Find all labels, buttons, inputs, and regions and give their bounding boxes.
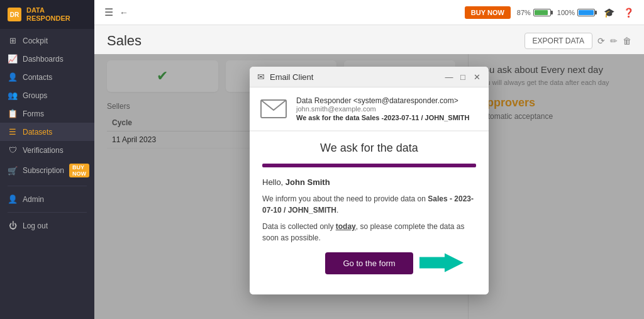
sidebar-item-verifications[interactable]: 🛡 Verifications [0,141,94,159]
sidebar-item-label: Forms [23,109,44,118]
buy-now-button[interactable]: BUY NOW [465,6,511,19]
battery-pct-2: 100% [557,9,575,16]
topbar: ☰ ← BUY NOW 87% 100% 🎓 ❓ [94,0,644,25]
graduation-icon[interactable]: 🎓 [604,8,614,18]
verifications-icon: 🛡 [8,145,18,155]
sidebar-item-cockpit[interactable]: ⊞ Cockpit [0,31,94,50]
page-header-actions: EXPORT DATA ⟳ ✏ 🗑 [525,33,631,49]
sidebar-nav: ⊞ Cockpit 📈 Dashboards 👤 Contacts 👥 Grou… [0,29,94,319]
battery-indicator-2: 100% [557,9,595,16]
hello-name: John Smith [286,177,330,187]
sidebar-item-label: Groups [23,91,47,100]
groups-icon: 👥 [8,91,18,100]
main-area: ☰ ← BUY NOW 87% 100% 🎓 ❓ Sales EXPORT DA… [94,0,644,319]
logo-text: DATARESPONDER [26,6,70,23]
subscription-icon: 🛒 [8,166,18,176]
buy-now-badge: BUY NOW [69,164,89,177]
sidebar: DR DATARESPONDER ⊞ Cockpit 📈 Dashboards … [0,0,94,319]
email-body-title: We ask for the data [262,142,476,155]
email-header: Data Responder <system@dataresponder.com… [250,87,489,131]
hello-text: Hello, [262,177,286,187]
email-sender: Data Responder <system@dataresponder.com… [296,96,470,105]
sidebar-item-admin[interactable]: 👤 Admin [0,190,94,208]
sidebar-item-groups[interactable]: 👥 Groups [0,86,94,104]
email-icon: ✉ [257,72,265,82]
battery-bar [533,9,551,16]
email-text-2: Data is collected only today, so please … [262,221,476,243]
sidebar-item-label: Admin [23,195,44,204]
datasets-icon: ☰ [8,127,18,137]
delete-icon[interactable]: 🗑 [623,36,631,46]
email-purple-bar [262,164,476,167]
edit-icon[interactable]: ✏ [610,36,618,46]
email-subject: We ask for the data Sales -2023-07-11 / … [296,114,470,121]
modal-overlay: ✉ Email Client — □ ✕ Data Respo [94,54,644,319]
sidebar-item-datasets[interactable]: ☰ Datasets [0,123,94,141]
modal-title: Email Client [270,72,440,82]
email-btn-row: Go to the form [262,252,476,274]
export-button[interactable]: EXPORT DATA [525,33,592,49]
sidebar-item-contacts[interactable]: 👤 Contacts [0,68,94,86]
logout-icon: ⏻ [8,221,18,230]
forms-icon: 📋 [8,109,18,118]
email-modal: ✉ Email Client — □ ✕ Data Respo [250,67,489,294]
page-header: Sales EXPORT DATA ⟳ ✏ 🗑 [94,25,644,54]
logout-label: Log out [23,221,48,230]
share-icon[interactable]: ⟳ [597,36,605,46]
cockpit-icon: ⊞ [8,36,18,45]
text1: We inform you about the need to provide … [262,194,428,203]
go-to-form-button[interactable]: Go to the form [325,252,413,274]
modal-maximize-button[interactable]: □ [458,72,467,81]
battery-pct: 87% [517,9,531,16]
sidebar-divider-2 [8,212,87,213]
sidebar-item-subscription[interactable]: 🛒 Subscription BUY NOW [0,159,94,182]
text2-em: today [336,222,356,231]
back-icon[interactable]: ← [119,8,128,18]
email-body: We ask for the data Hello, John Smith We… [250,132,489,293]
admin-icon: 👤 [8,194,18,204]
email-text-1: We inform you about the need to provide … [262,193,476,216]
content-area: ✔ 📋 ⇄ Sellers Cycle [94,54,644,319]
sidebar-item-label: Cockpit [23,36,48,45]
page-title: Sales [107,33,142,49]
modal-body[interactable]: We ask for the data Hello, John Smith We… [250,131,489,294]
email-footer: © Acme Corporation john.smith@example.co… [250,293,489,294]
email-hello: Hello, John Smith [262,177,476,187]
sidebar-item-dashboards[interactable]: 📈 Dashboards [0,50,94,68]
app-logo: DR DATARESPONDER [0,0,94,29]
dashboards-icon: 📈 [8,54,18,64]
help-icon[interactable]: ❓ [623,8,634,18]
battery-indicator: 87% [517,9,551,16]
modal-titlebar: ✉ Email Client — □ ✕ [250,67,489,87]
battery-fill [535,10,548,15]
email-addr: john.smith@example.com [296,105,470,113]
battery-bar-2 [577,9,595,16]
svg-marker-1 [419,253,464,272]
sidebar-divider [8,186,87,186]
modal-close-button[interactable]: ✕ [472,72,481,81]
email-meta: Data Responder <system@dataresponder.com… [296,96,470,121]
sidebar-item-label: Datasets [23,128,52,137]
modal-minimize-button[interactable]: — [445,72,453,81]
sidebar-item-label: Contacts [23,73,52,82]
arrow-icon [419,250,464,276]
logo-icon: DR [8,8,21,21]
battery-fill-2 [579,10,594,15]
menu-icon[interactable]: ☰ [104,6,113,18]
sidebar-item-logout[interactable]: ⏻ Log out [0,216,94,235]
sidebar-item-label: Subscription [23,166,64,175]
envelope-icon [258,94,289,124]
sidebar-item-forms[interactable]: 📋 Forms [0,104,94,123]
sidebar-item-label: Dashboards [23,55,64,64]
contacts-icon: 👤 [8,72,18,82]
sidebar-item-label: Verifications [23,146,64,155]
